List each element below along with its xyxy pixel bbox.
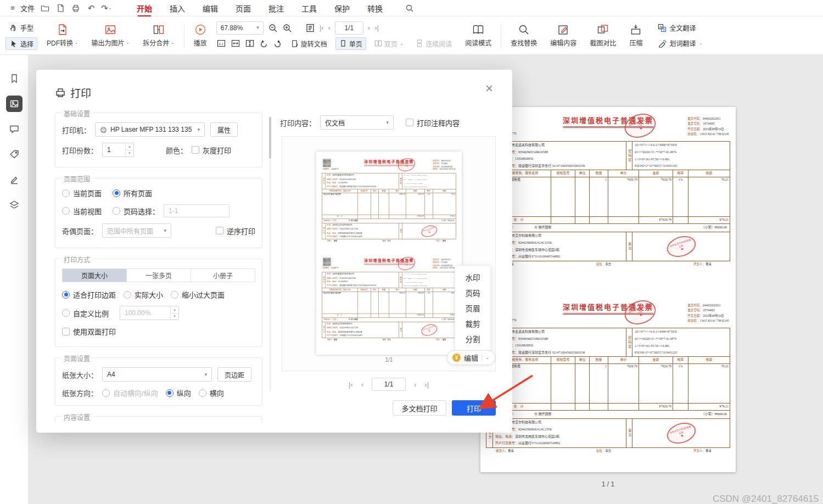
- search-icon[interactable]: [405, 3, 415, 13]
- page-range-input[interactable]: 1-1: [164, 204, 229, 217]
- quick-print-icon[interactable]: [71, 3, 81, 13]
- odd-even-select[interactable]: 范围中所有页面 ▾: [102, 223, 171, 238]
- find-replace-button[interactable]: 查找替换: [507, 24, 541, 47]
- printer-select[interactable]: HP Laser MFP 131 133 135 ▾: [95, 122, 205, 137]
- paper-size-select[interactable]: A4 ▾: [102, 367, 212, 382]
- print-button[interactable]: 打印: [452, 400, 496, 416]
- sidebar-item-thumbnails[interactable]: [6, 96, 23, 112]
- spinner-arrows[interactable]: ▲▼: [125, 143, 133, 156]
- tab-annotate[interactable]: 批注: [268, 0, 284, 16]
- zoom-out-icon[interactable]: [268, 23, 278, 33]
- edit-content-button[interactable]: 编辑内容: [546, 24, 580, 47]
- grayscale-checkbox[interactable]: [192, 146, 199, 154]
- actual-size-radio[interactable]: [124, 291, 131, 299]
- close-icon[interactable]: ×: [482, 81, 497, 96]
- tab-booklet[interactable]: 小册子: [191, 269, 255, 282]
- next-page-icon[interactable]: ›: [414, 380, 416, 389]
- prev-page-icon[interactable]: ‹: [361, 380, 363, 389]
- print-content-select[interactable]: 仅文档 ▾: [320, 115, 394, 130]
- shrink-oversized-radio[interactable]: [171, 291, 178, 299]
- landscape-radio[interactable]: [199, 389, 206, 397]
- sidebar-item-signature[interactable]: [6, 171, 23, 188]
- spinner-arrows[interactable]: ▲▼: [170, 306, 178, 320]
- fit-margin-radio[interactable]: [62, 291, 70, 299]
- custom-scale-radio[interactable]: [62, 309, 70, 317]
- first-page-icon[interactable]: |‹: [349, 380, 353, 389]
- page-select-radio[interactable]: [113, 207, 120, 215]
- sidebar-item-bookmarks[interactable]: [6, 70, 23, 87]
- pdf-convert-button[interactable]: PDF转换⌄: [43, 24, 82, 47]
- screenshot-compare-button[interactable]: 截图对比: [586, 24, 620, 47]
- zoom-select[interactable]: 67.88% ▾: [216, 21, 264, 35]
- word-translate-button[interactable]: 划词翻译 ⌄: [654, 37, 707, 49]
- copies-input[interactable]: 1 ▲▼: [102, 143, 134, 157]
- double-page-button[interactable]: 双页 ⌄: [371, 37, 408, 50]
- settings-scrollbar[interactable]: [269, 117, 271, 391]
- tab-insert[interactable]: 插入: [170, 0, 185, 16]
- page-number-tool[interactable]: 页码: [455, 285, 490, 300]
- select-tool-button[interactable]: 选择: [5, 37, 37, 50]
- save-document-icon[interactable]: [55, 3, 65, 13]
- undo-icon[interactable]: ↶: [86, 3, 96, 13]
- invoice-sum-row: 价税合计（大写） ⊗ 捌仟圆整 （小写）¥8000.00: [322, 219, 456, 223]
- continuous-read-button[interactable]: 连续阅读: [412, 37, 456, 50]
- page-margins-button[interactable]: 页边距: [217, 367, 251, 382]
- fit-width-icon[interactable]: [231, 38, 240, 48]
- sidebar-item-comments[interactable]: [6, 121, 23, 137]
- edit-button[interactable]: ¥ 编辑 ⌄: [447, 350, 495, 365]
- sidebar-item-layers[interactable]: [6, 197, 23, 213]
- scrollbar-thumb[interactable]: [269, 117, 271, 159]
- tab-multiple-per-sheet[interactable]: 一张多页: [127, 269, 191, 282]
- custom-scale-input[interactable]: 100.00% ▲▼: [120, 306, 179, 320]
- reverse-order-checkbox[interactable]: [216, 227, 223, 234]
- tab-tools[interactable]: 工具: [301, 0, 317, 16]
- split-merge-button[interactable]: 拆分合并⌄: [139, 24, 178, 47]
- invoice-buyer-section: 购买方 名称：深圳市麦道夫科技有限公司 纳税人识别号：9334036055496…: [486, 142, 730, 170]
- export-image-button[interactable]: 输出为图片⌄: [88, 24, 134, 47]
- crop-tool[interactable]: 裁剪: [455, 316, 490, 331]
- page-jump-icon[interactable]: [305, 23, 315, 33]
- file-menu[interactable]: ≡ 文件: [8, 3, 35, 13]
- first-page-icon[interactable]: |‹: [320, 24, 324, 32]
- full-translate-button[interactable]: A文 全文翻译: [654, 21, 707, 34]
- all-pages-radio[interactable]: [113, 189, 120, 197]
- fit-page-icon[interactable]: [245, 38, 255, 48]
- tab-edit[interactable]: 编辑: [203, 0, 218, 16]
- tab-protect[interactable]: 保护: [334, 0, 350, 16]
- duplex-checkbox[interactable]: [62, 328, 70, 335]
- play-button[interactable]: 播放: [190, 24, 211, 47]
- compress-button[interactable]: 压缩: [625, 24, 646, 47]
- watermark-tool[interactable]: 水印: [455, 270, 490, 285]
- prev-page-icon[interactable]: ‹: [328, 24, 330, 32]
- invoice-seller-section: 销售方 名称：深圳市艾尔科技有限公司 纳税人识别号：92442300MA5G4C…: [322, 322, 456, 338]
- preview-page-input[interactable]: 1/1: [372, 378, 406, 391]
- zoom-in-icon[interactable]: [282, 23, 292, 33]
- open-folder-icon[interactable]: [40, 3, 50, 13]
- multi-document-print-button[interactable]: 多文档打印: [393, 400, 446, 416]
- print-annotations-checkbox[interactable]: [406, 119, 413, 126]
- read-mode-button[interactable]: 阅读模式: [461, 24, 495, 47]
- header-tool[interactable]: 页眉: [455, 300, 490, 316]
- printer-properties-button[interactable]: 属性: [210, 122, 238, 137]
- sidebar-item-attachments[interactable]: [6, 146, 23, 163]
- redo-icon[interactable]: ↷⌄: [102, 3, 111, 13]
- page-number-input[interactable]: 1/1: [335, 21, 363, 35]
- tab-page-size[interactable]: 页面大小: [63, 269, 127, 282]
- current-view-radio[interactable]: [62, 207, 70, 215]
- single-page-button[interactable]: 单页: [335, 37, 366, 50]
- tab-home[interactable]: 开始: [137, 0, 152, 16]
- tab-page[interactable]: 页面: [236, 0, 251, 16]
- tab-convert[interactable]: 转换: [367, 0, 383, 16]
- rotate-left-icon[interactable]: [259, 39, 268, 48]
- portrait-radio[interactable]: [166, 389, 173, 397]
- last-page-icon[interactable]: ›|: [424, 380, 429, 389]
- split-tool[interactable]: 分割: [455, 331, 490, 346]
- auto-orientation-radio[interactable]: [102, 389, 110, 397]
- hand-tool-button[interactable]: 手型: [5, 21, 37, 34]
- last-page-icon[interactable]: ›|: [374, 24, 379, 32]
- current-page-radio[interactable]: [62, 189, 70, 197]
- next-page-icon[interactable]: ›: [368, 24, 370, 32]
- rotate-right-icon[interactable]: [273, 39, 282, 48]
- actual-size-icon[interactable]: 1:1: [216, 38, 226, 48]
- rotate-document-button[interactable]: 旋转文档: [287, 37, 331, 50]
